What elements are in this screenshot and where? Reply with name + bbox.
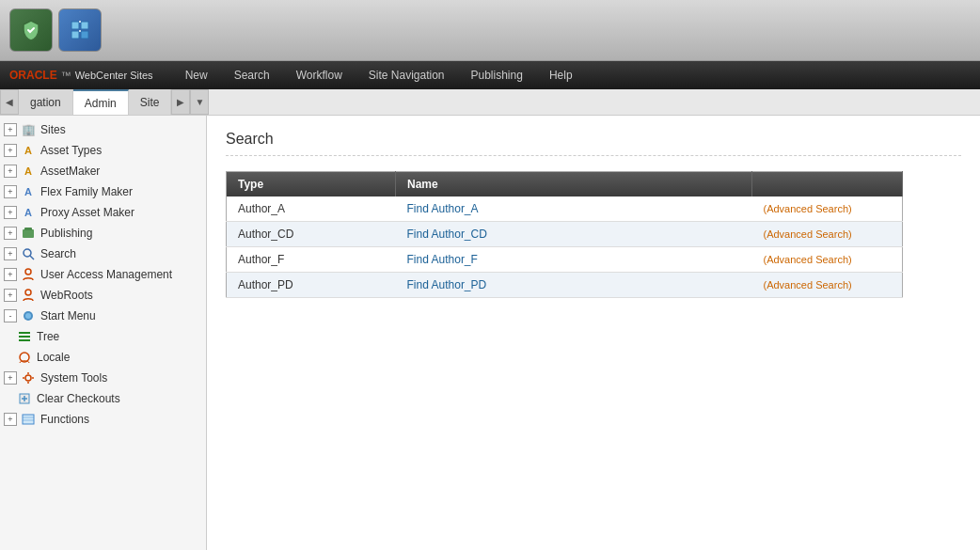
asset-types-icon: A (21, 143, 36, 158)
row3-find-link[interactable]: Find Author_PD (407, 278, 487, 291)
nav-search[interactable]: Search (221, 61, 283, 89)
row2-adv-link[interactable]: (Advanced Search) (764, 254, 852, 265)
svg-point-11 (25, 290, 31, 295)
sidebar-item-asset-types[interactable]: + A Asset Types (0, 140, 206, 161)
start-menu-label: Start Menu (40, 309, 202, 322)
tab-admin[interactable]: Admin (73, 89, 129, 115)
nav-new[interactable]: New (172, 61, 221, 89)
sidebar-item-functions[interactable]: + Functions (0, 409, 206, 430)
table-row: Author_PD Find Author_PD (Advanced Searc… (227, 273, 903, 298)
col-type-header: Type (227, 172, 396, 197)
expand-functions[interactable]: + (4, 413, 17, 426)
sidebar-item-assetmaker[interactable]: + A AssetMaker (0, 161, 206, 181)
svg-point-8 (24, 249, 31, 257)
svg-point-13 (25, 313, 31, 319)
sidebar-item-system-tools[interactable]: + System Tools (0, 368, 206, 388)
col-action-header (752, 172, 903, 197)
expand-flex-family[interactable]: + (4, 185, 17, 198)
row3-adv: (Advanced Search) (752, 273, 903, 298)
sidebar-item-locale[interactable]: Locale (0, 347, 206, 368)
assetmaker-icon: A (21, 164, 36, 179)
expand-system-tools[interactable]: + (4, 371, 17, 385)
uam-icon (21, 267, 36, 282)
proxy-icon: A (21, 205, 36, 220)
row1-find: Find Author_CD (396, 222, 752, 247)
svg-rect-16 (19, 339, 30, 341)
svg-rect-1 (81, 22, 88, 29)
sites-label: Sites (40, 123, 202, 136)
row1-adv-link[interactable]: (Advanced Search) (764, 228, 852, 240)
webroots-icon (21, 288, 36, 303)
tab-site[interactable]: Site (129, 89, 172, 115)
svg-point-18 (25, 375, 31, 381)
tree-label: Tree (37, 330, 202, 343)
nav-workflow[interactable]: Workflow (283, 61, 356, 89)
row2-find-link[interactable]: Find Author_F (407, 253, 478, 266)
row0-type: Author_A (227, 196, 396, 222)
expand-asset-types[interactable]: + (4, 144, 17, 157)
sidebar-item-sites[interactable]: + 🏢 Sites (0, 119, 206, 140)
sites-icon: 🏢 (21, 122, 36, 137)
nav-publishing[interactable]: Publishing (458, 61, 536, 89)
locale-icon (17, 350, 32, 365)
brand: ORACLE ™ WebCenter Sites (9, 69, 153, 82)
sidebar-item-publishing[interactable]: + Publishing (0, 223, 206, 244)
uam-label: User Access Management (40, 268, 202, 281)
svg-rect-15 (19, 336, 30, 338)
publishing-label: Publishing (40, 227, 202, 240)
sidebar-item-proxy-asset-maker[interactable]: + A Proxy Asset Maker (0, 202, 206, 223)
search-icon (21, 246, 36, 261)
row3-adv-link[interactable]: (Advanced Search) (764, 279, 852, 291)
expand-webroots[interactable]: + (4, 289, 17, 302)
expand-start-menu[interactable]: - (4, 309, 17, 322)
flex-family-icon: A (21, 184, 36, 199)
main-area: + 🏢 Sites + A Asset Types + A AssetMaker… (0, 116, 980, 550)
tree-icon (17, 329, 32, 344)
expand-assetmaker[interactable]: + (4, 165, 17, 178)
table-row: Author_A Find Author_A (Advanced Search) (227, 196, 903, 222)
tab-next-button[interactable]: ▶ (171, 89, 190, 115)
row2-find: Find Author_F (396, 247, 752, 273)
table-header-row: Type Name (227, 172, 903, 197)
shield-button[interactable] (9, 8, 53, 52)
col-name-header: Name (396, 172, 752, 197)
svg-rect-2 (71, 31, 79, 39)
row0-find: Find Author_A (396, 196, 752, 222)
nav-help[interactable]: Help (536, 61, 586, 89)
expand-search[interactable]: + (4, 247, 17, 260)
webcenter-label: WebCenter Sites (75, 70, 153, 81)
tab-prev-button[interactable]: ◀ (0, 89, 19, 115)
svg-point-10 (25, 269, 31, 275)
row3-find: Find Author_PD (396, 273, 752, 298)
sidebar-item-clear-checkouts[interactable]: Clear Checkouts (0, 388, 206, 409)
grid-button[interactable] (58, 8, 102, 52)
row1-find-link[interactable]: Find Author_CD (407, 228, 487, 241)
proxy-label: Proxy Asset Maker (40, 206, 202, 219)
expand-uam[interactable]: + (4, 268, 17, 281)
sidebar-item-flex-family-maker[interactable]: + A Flex Family Maker (0, 181, 206, 202)
expand-proxy[interactable]: + (4, 206, 17, 219)
oracle-label: ORACLE (9, 69, 57, 82)
start-menu-icon (21, 308, 36, 323)
row0-find-link[interactable]: Find Author_A (407, 202, 479, 215)
functions-icon (21, 412, 36, 427)
tab-more-button[interactable]: ▼ (190, 89, 209, 115)
nav-site-navigation[interactable]: Site Navigation (356, 61, 458, 89)
tab-navigation[interactable]: gation (19, 89, 73, 115)
system-tools-icon (21, 370, 36, 385)
functions-label: Functions (40, 413, 202, 426)
sidebar-item-uam[interactable]: + User Access Management (0, 264, 206, 285)
sidebar-item-webroots[interactable]: + WebRoots (0, 285, 206, 306)
asset-types-label: Asset Types (40, 144, 202, 157)
content-area: Search Type Name Author_A Find Author_A … (207, 116, 980, 550)
expand-sites[interactable]: + (4, 123, 17, 136)
row0-adv-link[interactable]: (Advanced Search) (764, 203, 852, 214)
assetmaker-label: AssetMaker (40, 165, 202, 178)
title-divider (226, 155, 961, 156)
sidebar-item-tree[interactable]: Tree (0, 326, 206, 347)
sidebar-item-start-menu[interactable]: - Start Menu (0, 306, 206, 326)
expand-publishing[interactable]: + (4, 227, 17, 240)
publishing-icon (21, 226, 36, 241)
sidebar-item-search[interactable]: + Search (0, 244, 206, 264)
flex-family-label: Flex Family Maker (40, 185, 202, 198)
